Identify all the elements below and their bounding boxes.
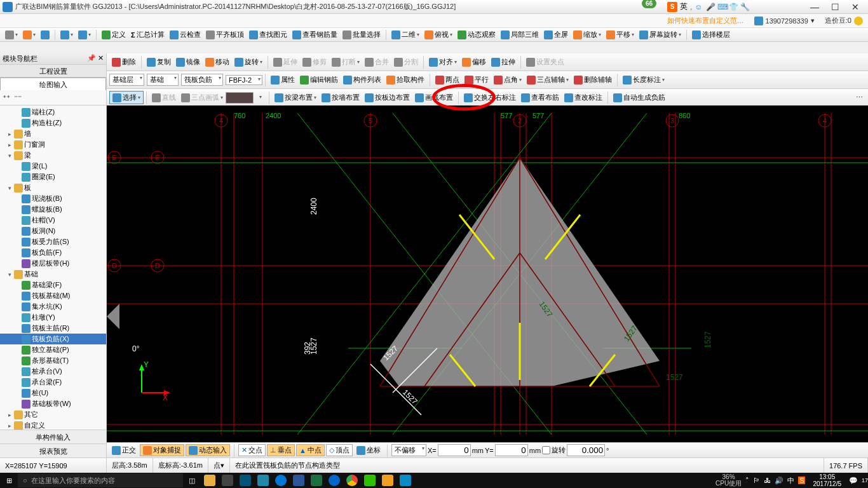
new-button[interactable]: ▾	[3, 29, 20, 41]
define-button[interactable]: 定义	[99, 29, 128, 41]
line-tool-button[interactable]: 直线	[149, 92, 179, 104]
view-rebar-button[interactable]: 查看钢筋量	[290, 29, 340, 41]
swap-lr-button[interactable]: 交换左右标注	[461, 92, 519, 104]
app-edge2[interactable]	[272, 473, 290, 488]
edit-dim-button[interactable]: 查改标注	[562, 92, 605, 104]
layer-select[interactable]: 基础层	[109, 74, 144, 86]
help-link[interactable]: 如何快速布置自定义范…	[667, 16, 744, 25]
start-button[interactable]: ⊞	[0, 473, 18, 488]
tree-item[interactable]: ▸墙	[0, 128, 106, 139]
tree-item[interactable]: 基础板带(W)	[0, 398, 106, 409]
sum-button[interactable]: Σ汇总计算	[128, 29, 167, 41]
arc-tool-button[interactable]: 三点画弧▾	[179, 92, 226, 104]
three-aux-button[interactable]: 三点辅轴▾	[524, 74, 571, 86]
split-button[interactable]: 分割	[391, 56, 421, 68]
perp-button[interactable]: ⊥垂点	[267, 444, 295, 456]
offset-button[interactable]: 偏移	[459, 56, 489, 68]
color-swatch[interactable]	[226, 92, 254, 104]
tray-badge[interactable]: 17	[862, 477, 868, 484]
tree-item[interactable]: 构造柱(Z)	[0, 118, 106, 128]
properties-button[interactable]: 属性	[268, 74, 297, 86]
tree-item[interactable]: 条形基础(T)	[0, 355, 106, 366]
length-dim-button[interactable]: 长度标注▾	[620, 74, 667, 86]
local-3d-button[interactable]: 局部三维	[498, 29, 541, 41]
tab-project-settings[interactable]: 工程设置	[0, 65, 106, 78]
clock[interactable]: 13:052017/12/5	[809, 473, 845, 487]
app-chrome[interactable]	[343, 473, 361, 488]
tray-up-icon[interactable]: ˄	[745, 477, 749, 485]
tree-item[interactable]: 板洞(N)	[0, 226, 106, 236]
parallel-button[interactable]: 平行	[462, 74, 491, 86]
notifications-icon[interactable]: 💬	[849, 477, 858, 485]
tab-draw-input[interactable]: 绘图输入	[0, 78, 106, 90]
user-info[interactable]: 13907298339▾	[754, 17, 815, 25]
tray-sogou[interactable]: S	[798, 477, 805, 484]
delete-button[interactable]: 删除	[109, 56, 139, 68]
pick-component-button[interactable]: 拾取构件	[384, 74, 427, 86]
by-beam-button[interactable]: 按梁布置▾	[272, 92, 319, 104]
offset-mode-select[interactable]: 不偏移	[391, 444, 426, 456]
tree-item[interactable]: ▾基础	[0, 269, 106, 280]
redo-button[interactable]: ▾	[76, 29, 93, 41]
tree-item[interactable]: 基础梁(F)	[0, 280, 106, 290]
report-preview-button[interactable]: 报表预览	[0, 444, 106, 458]
tray-net-icon[interactable]: 🖧	[764, 477, 771, 484]
coord-button[interactable]: 坐标	[354, 444, 383, 456]
beans-info[interactable]: 造价豆:0	[825, 16, 863, 25]
task-view-button[interactable]: ◫	[183, 473, 201, 488]
copy-button[interactable]: 复制	[144, 56, 173, 68]
tree-item[interactable]: 螺旋板(B)	[0, 204, 106, 215]
tree-item[interactable]: ▸自定义	[0, 420, 106, 430]
open-button[interactable]: ▾	[20, 29, 38, 41]
y-offset-input[interactable]	[495, 444, 528, 456]
orbit-button[interactable]: 动态观察	[455, 29, 498, 41]
tree-item[interactable]: ▾板	[0, 182, 106, 193]
view-rebar-layout-button[interactable]: 查看布筋	[519, 92, 562, 104]
merge-button[interactable]: 合并	[362, 56, 391, 68]
edit-rebar-button[interactable]: 编辑钢筋	[297, 74, 341, 86]
find-element-button[interactable]: 查找图元	[247, 29, 290, 41]
screen-rotate-button[interactable]: 屏幕旋转▾	[637, 29, 684, 41]
by-slab-edge-button[interactable]: 按板边布置	[362, 92, 412, 104]
sogou-icon[interactable]: S	[667, 2, 677, 12]
cloud-check-button[interactable]: 云检查	[167, 29, 203, 41]
dyn-input-button[interactable]: 动态输入	[186, 444, 230, 456]
single-component-button[interactable]: 单构件输入	[0, 430, 106, 444]
fullscreen-button[interactable]: 全屏	[541, 29, 571, 41]
item-select[interactable]: FBFJ-2	[226, 75, 262, 85]
smile-icon[interactable]: ☺	[695, 3, 703, 11]
expand-icon[interactable]: ⁺⁺	[3, 93, 10, 102]
break-button[interactable]: 打断▾	[329, 56, 362, 68]
delete-aux-button[interactable]: 删除辅轴	[571, 74, 614, 86]
tree-item[interactable]: 桩(U)	[0, 388, 106, 398]
ime-lang[interactable]: 英	[680, 1, 688, 12]
app-edge[interactable]	[236, 473, 254, 488]
extend-button[interactable]: 延伸	[271, 56, 300, 68]
component-list-button[interactable]: 构件列表	[341, 74, 384, 86]
count-badge[interactable]: 66	[642, 0, 656, 8]
app-ggj[interactable]	[397, 473, 414, 488]
tree-item[interactable]: 柱帽(V)	[0, 215, 106, 226]
select-tool-button[interactable]: 选择▾	[109, 91, 144, 104]
app-excel[interactable]	[308, 473, 325, 488]
tray-vol-icon[interactable]: 🔊	[775, 477, 783, 485]
app-store[interactable]	[254, 473, 272, 488]
panel-pin-icon[interactable]: 📌 ✕	[87, 54, 104, 64]
toolbar-overflow-button[interactable]: ⋯	[853, 92, 865, 103]
mid-button[interactable]: ▲中点	[296, 444, 325, 456]
tree-item[interactable]: ▾梁	[0, 150, 106, 161]
tree-item[interactable]: 现浇板(B)	[0, 193, 106, 204]
tray-lang[interactable]: 中	[787, 476, 794, 485]
x-offset-input[interactable]	[438, 444, 471, 456]
tree-item[interactable]: 承台梁(F)	[0, 377, 106, 388]
vertex-button[interactable]: ◇顶点	[326, 444, 353, 456]
tree-item[interactable]: 板受力筋(S)	[0, 236, 106, 247]
undo-button[interactable]: ▾	[58, 29, 76, 41]
cpu-meter[interactable]: 36%CPU使用	[715, 474, 742, 487]
align-button[interactable]: 对齐▾	[426, 56, 459, 68]
zoom-button[interactable]: 缩放▾	[571, 29, 604, 41]
keyboard-icon[interactable]: ⌨	[717, 3, 726, 11]
grippoint-button[interactable]: 设置夹点	[524, 56, 567, 68]
app-ie[interactable]	[325, 473, 343, 488]
tree-item[interactable]: 集水坑(K)	[0, 301, 106, 312]
